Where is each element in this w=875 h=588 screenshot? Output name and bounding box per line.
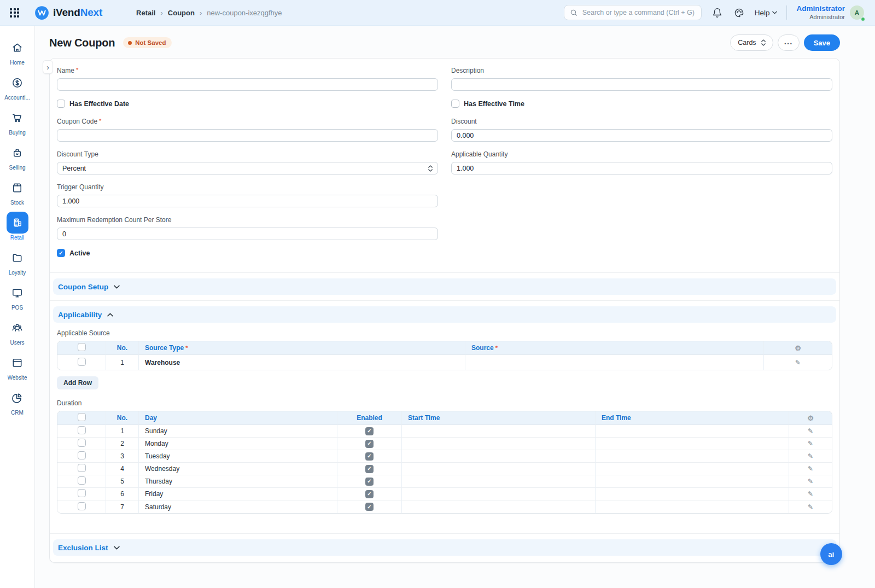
sidebar-item-pos[interactable]: POS (0, 282, 35, 311)
coupon-form-card: › Name* Has Effective Date Coupon Code* (49, 58, 840, 563)
start-time-cell[interactable] (402, 450, 596, 463)
enabled-checkbox[interactable] (365, 503, 374, 511)
apps-grid-icon[interactable] (10, 8, 19, 18)
user-menu[interactable]: Administrator Administrator A (796, 4, 864, 21)
help-menu[interactable]: Help (755, 9, 778, 17)
enabled-checkbox[interactable] (365, 427, 374, 435)
sidebar-item-retail[interactable]: Retail (0, 212, 35, 241)
checkbox-unchecked[interactable] (57, 100, 65, 108)
avatar-initial: A (855, 9, 859, 16)
chevron-down-icon (114, 546, 120, 550)
sidebar-item-stock[interactable]: Stock (0, 177, 35, 206)
row-checkbox[interactable] (78, 451, 86, 459)
users-icon (7, 317, 28, 339)
grid-settings-gear-icon[interactable]: ⚙ (807, 414, 814, 422)
has-effective-date-checkbox[interactable]: Has Effective Date (57, 100, 438, 108)
enabled-checkbox[interactable] (365, 490, 374, 498)
end-time-cell[interactable] (596, 488, 789, 500)
row-checkbox[interactable] (78, 439, 86, 447)
edit-row-pencil-icon[interactable]: ✎ (808, 427, 813, 435)
more-options-button[interactable]: ... (778, 34, 800, 51)
ai-assistant-button[interactable]: ai (820, 543, 842, 565)
has-effective-time-checkbox[interactable]: Has Effective Time (451, 100, 832, 108)
source-type-cell[interactable]: Warehouse (139, 355, 465, 370)
search-icon (570, 9, 578, 16)
breadcrumb-separator: › (200, 9, 202, 17)
select-all-checkbox[interactable] (78, 413, 86, 421)
enabled-checkbox[interactable] (365, 465, 374, 473)
sidebar-item-buying[interactable]: Buying (0, 107, 35, 136)
help-label: Help (755, 9, 770, 17)
discount-field[interactable] (451, 129, 832, 142)
app-logo[interactable]: iVendNext (34, 5, 102, 20)
checkbox-checked[interactable] (57, 249, 65, 257)
section-applicability[interactable]: Applicability (53, 306, 836, 323)
edit-row-pencil-icon[interactable]: ✎ (808, 490, 813, 498)
name-field[interactable] (57, 78, 438, 91)
breadcrumb-coupon[interactable]: Coupon (168, 9, 195, 17)
active-checkbox[interactable]: Active (57, 249, 438, 257)
edit-row-pencil-icon[interactable]: ✎ (808, 465, 813, 473)
global-search[interactable] (564, 5, 702, 20)
enabled-checkbox[interactable] (365, 478, 374, 486)
grid-settings-gear-icon[interactable]: ⚙ (795, 344, 801, 352)
end-time-cell[interactable] (596, 425, 789, 438)
sidebar-item-home[interactable]: Home (0, 37, 35, 66)
breadcrumb-retail[interactable]: Retail (136, 9, 155, 17)
edit-row-pencil-icon[interactable]: ✎ (808, 452, 813, 460)
select-all-checkbox[interactable] (78, 343, 86, 351)
sidebar-item-crm[interactable]: CRM (0, 387, 35, 416)
sidebar-item-users[interactable]: Users (0, 317, 35, 346)
view-switcher-button[interactable]: Cards (730, 34, 773, 51)
theme-palette-icon[interactable] (733, 7, 745, 19)
row-checkbox[interactable] (78, 489, 86, 497)
end-time-cell[interactable] (596, 475, 789, 488)
panel-expand-chevron[interactable]: › (43, 60, 53, 74)
sidebar-item-accounting[interactable]: Accounti... (0, 72, 35, 101)
end-time-cell[interactable] (596, 438, 789, 450)
start-time-cell[interactable] (402, 463, 596, 475)
coupon-code-field[interactable] (57, 129, 438, 142)
description-field[interactable] (451, 78, 832, 91)
end-time-cell[interactable] (596, 463, 789, 475)
edit-row-pencil-icon[interactable]: ✎ (808, 440, 813, 447)
applicable-quantity-field[interactable] (451, 162, 832, 174)
applicable-source-table: No. Source Type* Source* ⚙ 1 Warehouse (57, 341, 832, 370)
enabled-checkbox[interactable] (365, 452, 374, 461)
sidebar-item-website[interactable]: Website (0, 352, 35, 381)
trigger-quantity-field[interactable] (57, 195, 438, 207)
accounting-icon (7, 72, 28, 94)
start-time-cell[interactable] (402, 425, 596, 438)
cart-icon (7, 107, 28, 129)
checkbox-unchecked[interactable] (451, 100, 459, 108)
edit-row-pencil-icon[interactable]: ✎ (808, 503, 813, 511)
row-checkbox[interactable] (78, 476, 86, 485)
source-cell[interactable] (465, 355, 764, 370)
end-time-cell[interactable] (596, 500, 789, 513)
edit-row-pencil-icon[interactable]: ✎ (808, 478, 813, 485)
row-checkbox[interactable] (78, 426, 86, 434)
row-checkbox[interactable] (78, 358, 86, 366)
add-row-button[interactable]: Add Row (57, 376, 98, 389)
duration-row: 6 Friday ✎ (57, 488, 832, 500)
search-input[interactable] (581, 8, 696, 17)
start-time-cell[interactable] (402, 475, 596, 488)
start-time-cell[interactable] (402, 438, 596, 450)
end-time-cell[interactable] (596, 450, 789, 463)
sidebar-item-selling[interactable]: Selling (0, 142, 35, 171)
max-redemption-field[interactable] (57, 228, 438, 240)
main-content: New Coupon Not Saved Cards ... Save (35, 26, 875, 588)
sidebar-item-loyalty[interactable]: Loyalty (0, 247, 35, 276)
row-checkbox[interactable] (78, 464, 86, 472)
section-exclusion-list[interactable]: Exclusion List (53, 539, 836, 556)
enabled-checkbox[interactable] (365, 440, 374, 448)
discount-type-select[interactable]: Percent (57, 162, 438, 174)
row-checkbox[interactable] (78, 502, 86, 510)
notifications-bell-icon[interactable] (711, 7, 724, 19)
edit-row-pencil-icon[interactable]: ✎ (795, 359, 801, 366)
section-coupon-setup[interactable]: Coupon Setup (53, 278, 836, 295)
save-button[interactable]: Save (804, 34, 840, 51)
avatar[interactable]: A (850, 5, 864, 20)
start-time-cell[interactable] (402, 500, 596, 513)
start-time-cell[interactable] (402, 488, 596, 500)
